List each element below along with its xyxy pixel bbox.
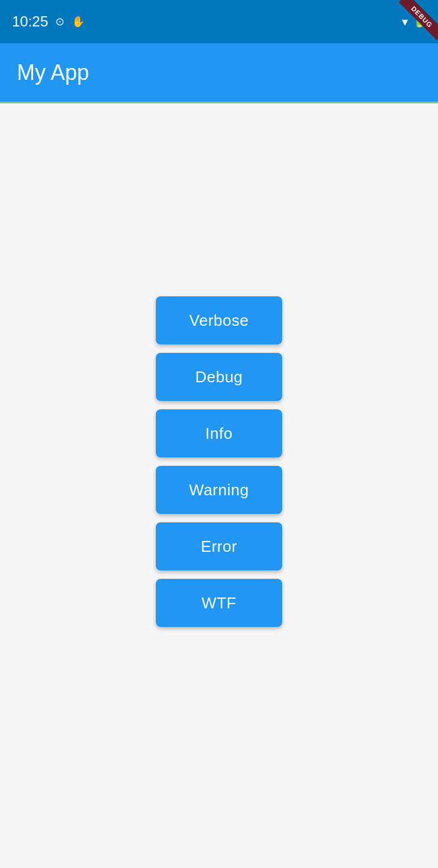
- info-button[interactable]: Info: [156, 409, 282, 457]
- warning-button[interactable]: Warning: [156, 466, 282, 514]
- status-bar-left: 10:25 ⊙ ✋: [12, 13, 85, 30]
- buttons-container: Verbose Debug Info Warning Error WTF: [156, 296, 282, 627]
- debug-button[interactable]: Debug: [156, 353, 282, 401]
- debug-ribbon: [396, 0, 438, 42]
- hand-icon: ✋: [72, 15, 85, 28]
- status-time: 10:25: [12, 13, 48, 30]
- wtf-button[interactable]: WTF: [156, 579, 282, 627]
- main-content: Verbose Debug Info Warning Error WTF: [0, 103, 438, 868]
- privacy-icon: ⊙: [55, 15, 64, 28]
- app-bar: My App: [0, 43, 438, 103]
- app-title: My App: [17, 60, 89, 85]
- verbose-button[interactable]: Verbose: [156, 296, 282, 344]
- error-button[interactable]: Error: [156, 522, 282, 570]
- status-bar: 10:25 ⊙ ✋ ▾ 🔋: [0, 0, 438, 43]
